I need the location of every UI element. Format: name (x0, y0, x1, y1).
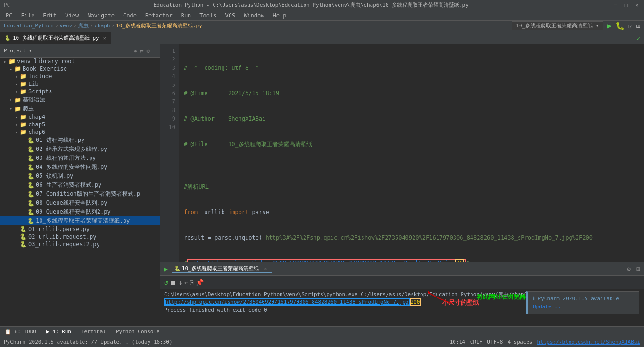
tree-item[interactable]: 🐍 09_Queue线程安全队列2.py (0, 207, 160, 216)
sidebar-title: Project ▾ (4, 48, 32, 54)
menu-refactor[interactable]: Refactor (141, 11, 176, 20)
folder-icon: 📁 (20, 81, 27, 87)
run-settings-icon[interactable]: ⚙ (627, 265, 631, 273)
tree-item-include[interactable]: ▸ 📁 Include (0, 73, 160, 80)
py-icon: 🐍 (27, 182, 34, 189)
py-icon: 🐍 (27, 209, 34, 215)
run-play-icon[interactable]: ▶ (164, 265, 168, 273)
sidebar-add-icon[interactable]: ⊕ (134, 48, 137, 54)
menu-edit[interactable]: Edit (39, 11, 60, 20)
run-stop-button[interactable]: ⏹ (170, 279, 176, 286)
folder-icon: 📁 (8, 58, 16, 65)
tree-item[interactable]: 🐍 03_线程的常用方法.py (0, 154, 160, 163)
run-icon: 🐍 (174, 266, 180, 271)
tree-item[interactable]: ▸ 📁 venv library root (0, 58, 160, 65)
sidebar: Project ▾ ⊕ ⇄ ⚙ – ▸ 📁 venv library root … (0, 44, 160, 347)
menu-help[interactable]: Help (269, 11, 290, 20)
profile-button[interactable]: ⊞ (636, 22, 640, 30)
py-icon: 🐍 (20, 233, 27, 240)
menu-file[interactable]: File (17, 11, 38, 20)
btab-todo[interactable]: 📋 6: TODO (0, 327, 41, 336)
tree-item[interactable]: 🐍 03_urllib.request2.py (0, 240, 160, 248)
code-container: 1 2 3 4 5 6 7 8 9 10 # -*- coding: utf-8… (160, 44, 644, 262)
tree-item[interactable]: ▸ 📁 chap4 (0, 113, 160, 121)
folder-icon: 📁 (14, 106, 21, 112)
tree-item[interactable]: ▸ 📁 基础语法 (0, 95, 160, 104)
run-tab-name: 10_多线程爬取王者荣耀高清壁纸 (182, 265, 259, 272)
btab-run[interactable]: ▶ 4: Run (41, 327, 76, 336)
run-pin-button[interactable]: 📌 (196, 279, 204, 286)
py-icon: 🐍 (27, 137, 34, 144)
sidebar-sync-icon[interactable]: ⇄ (140, 48, 143, 54)
menu-view[interactable]: View (61, 11, 83, 20)
tree-item[interactable]: ▸ 📁 Scripts (0, 88, 160, 95)
bottom-tab-bar: 📋 6: TODO ▶ 4: Run Terminal Python Conso… (0, 326, 644, 337)
menu-vcs[interactable]: VCS (221, 11, 239, 20)
menu-pc[interactable]: PC (2, 11, 16, 20)
tree-item[interactable]: ▸ 📁 Lib (0, 80, 160, 88)
tree-item-spider[interactable]: ▾ 📁 爬虫 (0, 104, 160, 113)
tree-item[interactable]: 🐍 01_进程与线程.py (0, 136, 160, 145)
tab-filename: 10_多线程爬取王者荣耀高清壁纸.py (13, 34, 99, 41)
tree-item[interactable]: 🐍 05_锁机制.py (0, 172, 160, 181)
run-restart-button[interactable]: ↺ (164, 279, 168, 286)
sidebar-settings-icon[interactable]: ⚙ (147, 48, 150, 54)
py-icon: 🐍 (27, 146, 34, 153)
py-icon: 🐍 (27, 200, 34, 207)
status-bar: PyCharm 2020.1.5 available: // Update...… (0, 337, 644, 347)
minimize-button[interactable]: ─ (612, 2, 619, 8)
titlebar: PC Education_Python - C:\Users\asus\Desk… (0, 0, 644, 10)
run-header: ▶ 🐍 10_多线程爬取王者荣耀高清壁纸 ✕ ⚙ ⊞ (160, 263, 644, 276)
output-link[interactable]: http://shp.qpic.cn/ishow/2735040920/1617… (164, 298, 410, 306)
run-tab-active[interactable]: 🐍 10_多线程爬取王者荣耀高清壁纸 ✕ (172, 265, 272, 273)
breadcrumb-spider[interactable]: 爬虫 (78, 22, 89, 29)
code-editor[interactable]: # -*- coding: utf-8 -*- # @Time : 2021/5… (179, 44, 644, 262)
folder-icon: 📁 (20, 121, 27, 128)
menu-window[interactable]: Window (240, 11, 268, 20)
tree-item-chap6[interactable]: ▾ 📁 chap6 (0, 128, 160, 136)
run-button[interactable]: ▶ (607, 21, 611, 30)
breadcrumb-venv[interactable]: venv (60, 23, 73, 29)
tree-item[interactable]: ▸ 📁 chap5 (0, 121, 160, 128)
run-config-dropdown[interactable]: 10_多线程爬取王者荣耀高清壁纸 ▾ (512, 21, 603, 30)
tree-item[interactable]: 🐍 06_生产者消费者模式.py (0, 181, 160, 190)
window-controls: ─ □ ✕ (612, 2, 640, 8)
tree-item[interactable]: ▸ 📁 Book_Exercise (0, 65, 160, 73)
status-link[interactable]: https://blog.csdn.net/ShengXIABai (537, 339, 640, 345)
menubar: PC File Edit View Navigate Code Refactor… (0, 10, 644, 21)
run-copy-button[interactable]: ⎘ (190, 279, 194, 286)
tree-item[interactable]: 🐍 04_多线程的安全性问题.py (0, 163, 160, 172)
close-button[interactable]: ✕ (633, 2, 640, 8)
maximize-button[interactable]: □ (623, 2, 630, 8)
run-down-button[interactable]: ↓ (178, 279, 182, 286)
menu-code[interactable]: Code (119, 11, 140, 20)
tree-item[interactable]: 🐍 07_Condition版的生产者消费者模式.p (0, 190, 160, 198)
notification-update-link[interactable]: Update... (533, 304, 634, 310)
run-tab-close[interactable]: ✕ (262, 266, 270, 271)
coverage-button[interactable]: ☑ (628, 22, 632, 30)
check-icon: ✓ (633, 33, 644, 44)
menu-run[interactable]: Run (177, 11, 195, 20)
output-num: 200 (410, 298, 421, 306)
tree-item-selected[interactable]: 🐍 10_多线程爬取王者荣耀高清壁纸.py (0, 216, 160, 225)
menu-tools[interactable]: Tools (196, 11, 220, 20)
tree-item[interactable]: 🐍 02_urllib.request.py (0, 233, 160, 240)
sidebar-collapse-icon[interactable]: – (153, 48, 156, 54)
tree-item[interactable]: 🐍 01_urllib.parse.py (0, 225, 160, 233)
btab-python-console[interactable]: Python Console (111, 327, 165, 336)
window-title: Education_Python - C:\Users\asus\Desktop… (10, 1, 612, 8)
debug-button[interactable]: 🐛 (615, 21, 625, 30)
run-expand-icon[interactable]: ⊞ (636, 265, 640, 273)
run-left-button[interactable]: ← (184, 279, 188, 286)
editor-tab-active[interactable]: 🐍 10_多线程爬取王者荣耀高清壁纸.py ✕ (0, 32, 111, 44)
tree-item[interactable]: 🐍 02_继承方式实现多线程.py (0, 145, 160, 154)
folder-icon: 📁 (20, 129, 27, 135)
py-icon: 🐍 (27, 173, 34, 180)
breadcrumb-chap6[interactable]: chap6 (94, 23, 110, 29)
menu-navigate[interactable]: Navigate (83, 11, 118, 20)
btab-terminal[interactable]: Terminal (76, 327, 111, 336)
tab-close-icon[interactable]: ✕ (103, 35, 106, 41)
tree-item[interactable]: 🐍 08_Queue线程安全队列.py (0, 198, 160, 207)
status-crlf: CRLF (470, 339, 483, 345)
breadcrumb-root[interactable]: Education_Python (4, 23, 54, 29)
